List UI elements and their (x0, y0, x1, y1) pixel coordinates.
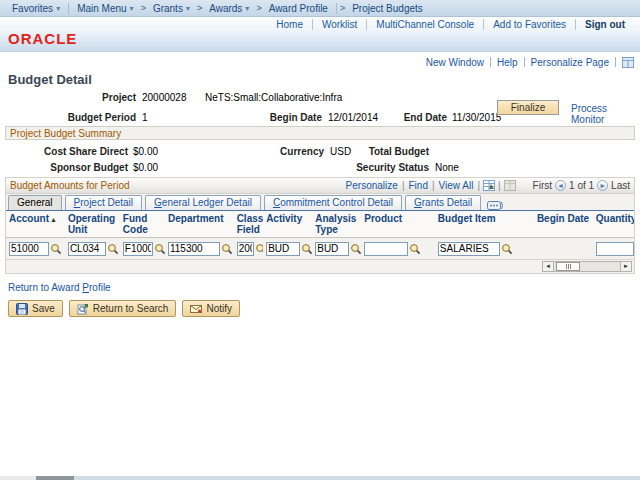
tab-grants-detail[interactable]: Grants Detail (405, 195, 481, 210)
notify-button[interactable]: Notify (182, 300, 240, 317)
grid-footer: ◄ ► (6, 260, 634, 273)
budget-item-lookup-icon[interactable] (501, 243, 513, 255)
column-header-begin-date[interactable]: Begin Date (534, 211, 593, 237)
breadcrumb-project-budgets[interactable]: Project Budgets (346, 3, 429, 14)
download-to-excel-icon[interactable] (483, 180, 495, 191)
tab-general-ledger-detail[interactable]: General Ledger Detail (145, 195, 261, 210)
scroll-left-icon[interactable]: ◄ (543, 262, 554, 271)
divider (615, 57, 616, 67)
multichannel-console-link[interactable]: MultiChannel Console (367, 19, 483, 30)
pager-last-label[interactable]: Last (611, 180, 630, 191)
column-header-class-field[interactable]: Class Field (234, 211, 264, 237)
worklist-link[interactable]: Worklist (313, 19, 366, 30)
scrollbar-track[interactable] (554, 262, 620, 271)
column-header-quantity[interactable]: Quantity (593, 211, 634, 237)
class-field-input[interactable] (237, 242, 254, 256)
help-link[interactable]: Help (491, 57, 524, 68)
project-label: Project (0, 92, 136, 103)
new-window-link[interactable]: New Window (420, 57, 490, 68)
column-header-budget-item[interactable]: Budget Item (435, 211, 534, 237)
add-to-favorites-link[interactable]: Add to Favorites (484, 19, 575, 30)
tab-general[interactable]: General (8, 195, 62, 210)
scroll-right-icon[interactable]: ► (620, 262, 631, 271)
fund-code-lookup-icon[interactable] (154, 243, 165, 255)
breadcrumb-label: Project Budgets (352, 3, 423, 14)
budget-item-input[interactable] (438, 242, 500, 256)
tab-label-hotkey: G (414, 197, 422, 208)
show-all-columns-icon[interactable] (487, 197, 504, 208)
tab-label: rants Detail (422, 197, 473, 208)
begin-date-cell (534, 238, 593, 259)
analysis-type-input[interactable] (315, 242, 349, 256)
activity-lookup-icon[interactable] (301, 243, 312, 255)
pager-next-icon[interactable]: ► (597, 180, 608, 191)
product-input[interactable] (364, 242, 408, 256)
process-monitor-link[interactable]: Process Monitor (571, 103, 640, 125)
pager-first-label[interactable]: First (533, 180, 552, 191)
sort-ascending-icon: ▲ (50, 216, 57, 223)
sign-out-link[interactable]: Sign out (576, 19, 634, 30)
page-title: Budget Detail (0, 68, 640, 88)
return-to-search-button[interactable]: Return to Search (69, 300, 177, 317)
security-status-label: Security Status (329, 162, 429, 173)
page-layout-icon[interactable] (622, 57, 634, 68)
return-link-hotkey: P (82, 282, 89, 293)
chevron-down-icon: ▾ (130, 4, 134, 13)
budget-period-value: 1 (142, 112, 148, 123)
breadcrumb-awards[interactable]: Awards ▾ (203, 3, 255, 14)
return-to-award-profile-link[interactable]: Return to Award Profile (0, 274, 640, 293)
tab-commitment-control-detail[interactable]: Commitment Control Detail (264, 195, 402, 210)
column-header-analysis-type[interactable]: Analysis Type (312, 211, 361, 237)
finalize-button[interactable]: Finalize (497, 100, 559, 115)
operating-unit-lookup-icon[interactable] (107, 243, 119, 255)
column-header-product[interactable]: Product (361, 211, 435, 237)
tab-project-detail[interactable]: Project Detail (65, 195, 142, 210)
project-budget-summary: Cost Share Direct $0.00 Currency USD Tot… (0, 140, 640, 175)
breadcrumb-label: Award Profile (269, 3, 328, 14)
column-header-activity[interactable]: Activity (263, 211, 312, 237)
department-input[interactable] (168, 242, 220, 256)
quantity-input[interactable] (596, 242, 634, 256)
grid-pager: First ◄ 1 of 1 ► Last (533, 180, 630, 191)
return-to-search-icon (77, 303, 89, 315)
breadcrumb-favorites[interactable]: Favorites ▾ (6, 3, 66, 14)
save-button[interactable]: Save (8, 300, 63, 317)
scrollbar-thumb[interactable] (556, 262, 580, 271)
breadcrumb-separator: > (197, 3, 202, 13)
download-disabled-icon (504, 180, 516, 191)
column-header-department[interactable]: Department (165, 211, 234, 237)
column-header-account[interactable]: Account▲ (6, 211, 65, 237)
activity-input[interactable] (266, 242, 300, 256)
column-header-operating-unit[interactable]: Operating Unit (65, 211, 120, 237)
account-lookup-icon[interactable] (50, 243, 62, 255)
window-horizontal-scrollbar[interactable] (0, 476, 640, 480)
operating-unit-input[interactable] (68, 242, 106, 256)
personalize-link[interactable]: Personalize (342, 180, 402, 191)
oracle-logo: ORACLE (8, 30, 77, 47)
grid-column-headers: Account▲ Operating Unit Fund Code Depart… (6, 211, 634, 238)
class-field-lookup-icon[interactable] (255, 243, 263, 255)
grid-horizontal-scrollbar[interactable]: ◄ ► (542, 261, 632, 272)
breadcrumb-award-profile[interactable]: Award Profile (263, 3, 334, 14)
breadcrumb-main-menu[interactable]: Main Menu ▾ (71, 3, 139, 14)
breadcrumb-separator: > (340, 3, 345, 13)
find-link[interactable]: Find (404, 180, 431, 191)
chevron-down-icon: ▾ (56, 4, 60, 13)
fund-code-input[interactable] (123, 242, 153, 256)
home-link[interactable]: Home (267, 19, 312, 30)
cost-share-direct-value: $0.00 (133, 146, 158, 157)
breadcrumb-label: Main Menu (77, 3, 126, 14)
page-content: New Window Help Personalize Page Budget … (0, 52, 640, 317)
product-lookup-icon[interactable] (409, 243, 421, 255)
breadcrumb-grants[interactable]: Grants ▾ (147, 3, 196, 14)
currency-label: Currency (224, 146, 324, 157)
analysis-type-lookup-icon[interactable] (350, 243, 361, 255)
account-input[interactable] (9, 242, 49, 256)
department-lookup-icon[interactable] (221, 243, 233, 255)
divider: | (477, 180, 480, 191)
pager-previous-icon[interactable]: ◄ (555, 180, 566, 191)
column-header-fund-code[interactable]: Fund Code (120, 211, 165, 237)
personalize-page-link[interactable]: Personalize Page (525, 57, 615, 68)
window-scrollbar-thumb[interactable] (36, 476, 74, 480)
view-all-link[interactable]: View All (435, 180, 478, 191)
